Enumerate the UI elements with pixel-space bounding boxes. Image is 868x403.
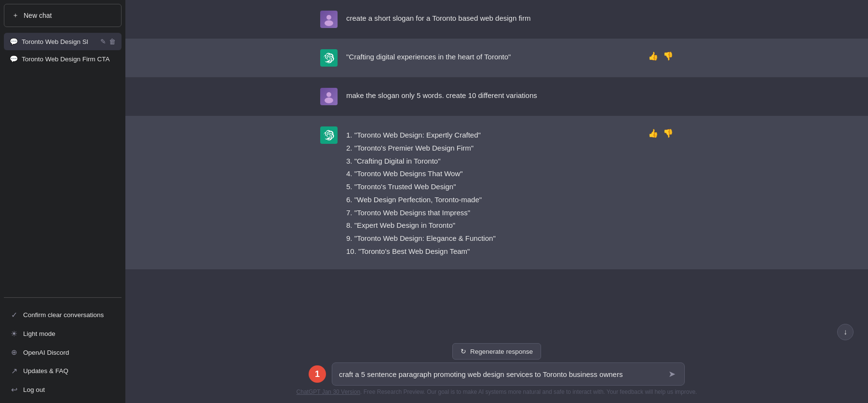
sidebar-action-updates[interactable]: ↗ Updates & FAQ xyxy=(4,361,122,380)
chat-icon: 💬 xyxy=(10,38,18,45)
scroll-down-button[interactable]: ↓ xyxy=(837,324,854,340)
chatgpt-version-link[interactable]: ChatGPT Jan 30 Version xyxy=(297,389,361,395)
footer-text: ChatGPT Jan 30 Version. Free Research Pr… xyxy=(137,389,856,399)
conversation-title-2: Toronto Web Design Firm CTA xyxy=(22,56,116,63)
logout-icon: ↩ xyxy=(10,385,18,394)
ai-message-actions-2: 👍 👎 xyxy=(648,128,673,139)
regenerate-icon: ↻ xyxy=(461,347,466,355)
conversation-actions: ✎ 🗑 xyxy=(100,38,116,45)
slogan-item-3: 3. "Crafting Digital in Toronto" xyxy=(346,155,673,167)
main-wrapper: create a short slogan for a Toronto base… xyxy=(125,0,868,403)
message-text-user-1: create a short slogan for a Toronto base… xyxy=(346,11,673,25)
message-inner-user-2: make the slogan only 5 words. create 10 … xyxy=(309,88,685,105)
conversation-title: Toronto Web Design Sl xyxy=(22,38,96,45)
openai-avatar-1 xyxy=(320,49,338,67)
sidebar-action-discord[interactable]: ⊕ OpenAI Discord xyxy=(4,343,122,361)
send-button[interactable]: ➤ xyxy=(666,368,678,380)
clear-label: Confirm clear conversations xyxy=(23,311,104,319)
regenerate-area: ↻ Regenerate response xyxy=(309,343,685,360)
thumbs-down-icon[interactable]: 👎 xyxy=(663,51,673,61)
external-link-icon: ↗ xyxy=(10,366,18,375)
message-text-ai-1: "Crafting digital experiences in the hea… xyxy=(346,49,673,63)
chat-icon-2: 💬 xyxy=(10,55,18,63)
svg-point-2 xyxy=(326,92,331,97)
send-icon: ➤ xyxy=(668,369,676,379)
sidebar-action-clear[interactable]: ✓ Confirm clear conversations xyxy=(4,306,122,324)
slogan-item-9: 9. "Toronto Web Design: Elegance & Funct… xyxy=(346,233,673,245)
logout-label: Log out xyxy=(23,386,45,393)
svg-point-3 xyxy=(325,97,333,103)
delete-icon[interactable]: 🗑 xyxy=(109,38,116,45)
main-content: create a short slogan for a Toronto base… xyxy=(125,0,868,403)
slogan-item-6: 6. "Web Design Perfection, Toronto-made" xyxy=(346,194,673,206)
thumbs-down-icon-2[interactable]: 👎 xyxy=(663,128,673,139)
conversation-item-active[interactable]: 💬 Toronto Web Design Sl ✎ 🗑 xyxy=(4,33,122,50)
regenerate-label: Regenerate response xyxy=(470,348,533,355)
user-avatar-1 xyxy=(320,11,338,28)
new-chat-button[interactable]: ＋ New chat xyxy=(4,4,122,27)
sun-icon: ☀ xyxy=(10,329,18,338)
slogan-item-2: 2. "Toronto's Premier Web Design Firm" xyxy=(346,142,673,154)
check-icon: ✓ xyxy=(10,310,18,320)
input-area: ↻ Regenerate response 1 ➤ ChatGPT Jan 30… xyxy=(125,337,868,403)
sidebar: ＋ New chat 💬 Toronto Web Design Sl ✎ 🗑 💬… xyxy=(0,0,125,403)
message-text-ai-2: 1. "Toronto Web Design: Expertly Crafted… xyxy=(346,126,673,259)
discord-label: OpenAI Discord xyxy=(23,349,69,356)
message-inner-user-1: create a short slogan for a Toronto base… xyxy=(309,11,685,28)
sidebar-bottom: ✓ Confirm clear conversations ☀ Light mo… xyxy=(0,302,125,403)
conversation-item-2[interactable]: 💬 Toronto Web Design Firm CTA xyxy=(4,50,122,68)
chat-input[interactable] xyxy=(339,370,663,378)
discord-icon: ⊕ xyxy=(10,348,18,357)
message-inner-ai-2: 1. "Toronto Web Design: Expertly Crafted… xyxy=(309,126,685,259)
regenerate-button[interactable]: ↻ Regenerate response xyxy=(452,343,541,360)
updates-label: Updates & FAQ xyxy=(23,367,68,375)
slogan-item-5: 5. "Toronto's Trusted Web Design" xyxy=(346,181,673,193)
new-chat-label: New chat xyxy=(24,12,52,19)
sidebar-action-logout[interactable]: ↩ Log out xyxy=(4,380,122,399)
text-input-container: ➤ xyxy=(332,362,685,386)
input-wrapper: 1 ➤ xyxy=(309,362,685,386)
thumbs-up-icon[interactable]: 👍 xyxy=(648,51,658,61)
conversation-list: 💬 Toronto Web Design Sl ✎ 🗑 💬 Toronto We… xyxy=(0,31,125,293)
chat-messages: create a short slogan for a Toronto base… xyxy=(125,0,868,337)
sidebar-divider xyxy=(4,297,122,298)
svg-point-1 xyxy=(325,20,333,26)
message-inner-ai-1: "Crafting digital experiences in the hea… xyxy=(309,49,685,67)
slogan-item-10: 10. "Toronto's Best Web Design Team" xyxy=(346,246,673,258)
svg-point-0 xyxy=(326,15,331,20)
footer-description: . Free Research Preview. Our goal is to … xyxy=(360,389,697,395)
slogan-item-8: 8. "Expert Web Design in Toronto" xyxy=(346,220,673,232)
edit-icon[interactable]: ✎ xyxy=(100,38,106,45)
ai-message-actions-1: 👍 👎 xyxy=(648,51,673,61)
plus-icon: ＋ xyxy=(12,11,19,20)
message-text-user-2: make the slogan only 5 words. create 10 … xyxy=(346,88,673,102)
user-avatar-2 xyxy=(320,88,338,105)
light-label: Light mode xyxy=(23,330,55,337)
notification-badge: 1 xyxy=(309,365,326,383)
message-row-user-2: make the slogan only 5 words. create 10 … xyxy=(125,77,868,116)
message-row-ai-1: "Crafting digital experiences in the hea… xyxy=(125,39,868,77)
message-row-user-1: create a short slogan for a Toronto base… xyxy=(125,0,868,39)
openai-avatar-2 xyxy=(320,126,338,144)
chevron-down-icon: ↓ xyxy=(843,328,847,336)
sidebar-action-light[interactable]: ☀ Light mode xyxy=(4,324,122,343)
slogan-item-1: 1. "Toronto Web Design: Expertly Crafted… xyxy=(346,129,673,141)
slogan-item-4: 4. "Toronto Web Designs That Wow" xyxy=(346,168,673,180)
slogan-item-7: 7. "Toronto Web Designs that Impress" xyxy=(346,207,673,219)
message-row-ai-2: 1. "Toronto Web Design: Expertly Crafted… xyxy=(125,116,868,269)
thumbs-up-icon-2[interactable]: 👍 xyxy=(648,128,658,139)
